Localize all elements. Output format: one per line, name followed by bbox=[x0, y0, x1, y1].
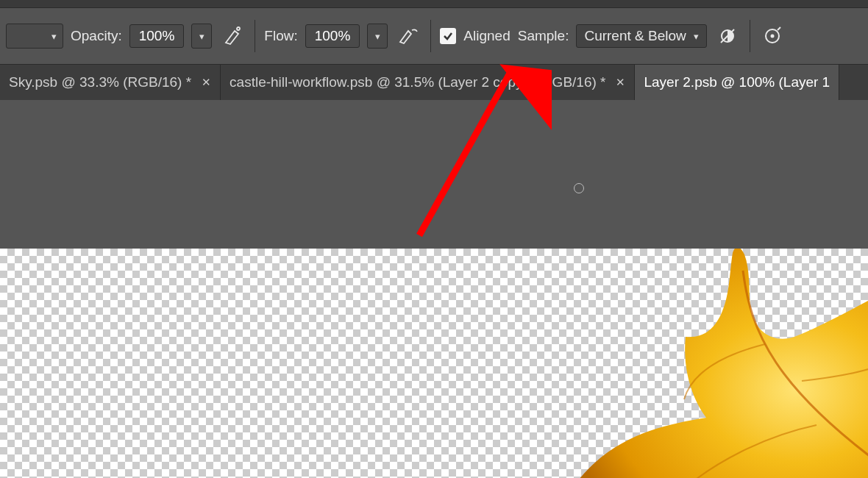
canvas-transparency-area[interactable] bbox=[0, 249, 868, 478]
flow-label: Flow: bbox=[264, 28, 297, 44]
flow-dropdown[interactable]: ▾ bbox=[367, 24, 388, 49]
airbrush-icon[interactable] bbox=[395, 23, 421, 49]
chevron-down-icon: ▾ bbox=[51, 31, 57, 42]
canvas-pasteboard bbox=[0, 100, 868, 249]
ignore-adjustment-layers-icon[interactable] bbox=[714, 23, 741, 49]
separator bbox=[750, 20, 750, 52]
aligned-label: Aligned bbox=[463, 28, 510, 44]
opacity-dropdown[interactable]: ▾ bbox=[191, 24, 212, 49]
separator bbox=[255, 20, 255, 52]
document-tabs-bar: Sky.psb @ 33.3% (RGB/16) * ✕ castle-hill… bbox=[0, 65, 868, 100]
close-icon[interactable]: ✕ bbox=[616, 76, 625, 89]
aligned-checkbox[interactable] bbox=[440, 28, 456, 44]
flow-value[interactable]: 100% bbox=[305, 24, 360, 48]
opacity-label: Opacity: bbox=[71, 28, 122, 44]
leaf-image bbox=[485, 249, 868, 478]
chevron-down-icon: ▾ bbox=[199, 31, 204, 42]
opacity-value[interactable]: 100% bbox=[129, 24, 185, 48]
brush-preset-dropdown[interactable]: ▾ bbox=[6, 24, 63, 49]
tab-document[interactable]: Sky.psb @ 33.3% (RGB/16) * ✕ bbox=[0, 65, 221, 100]
separator bbox=[430, 20, 431, 52]
sample-dropdown[interactable]: Current & Below ▾ bbox=[576, 24, 706, 48]
svg-point-3 bbox=[770, 35, 774, 38]
close-icon[interactable]: ✕ bbox=[202, 76, 211, 89]
tab-document[interactable]: Layer 2.psb @ 100% (Layer 1 bbox=[635, 65, 839, 100]
chevron-down-icon: ▾ bbox=[375, 31, 380, 42]
tab-label: Layer 2.psb @ 100% (Layer 1 bbox=[644, 74, 830, 90]
tab-label: Sky.psb @ 33.3% (RGB/16) * bbox=[9, 74, 191, 90]
tab-label: castle-hill-workflow.psb @ 31.5% (Layer … bbox=[230, 74, 605, 90]
chevron-down-icon: ▾ bbox=[694, 31, 699, 42]
tab-document[interactable]: castle-hill-workflow.psb @ 31.5% (Layer … bbox=[221, 65, 635, 100]
svg-line-4 bbox=[778, 27, 780, 30]
tool-options-bar: ▾ Opacity: 100% ▾ Flow: 100% ▾ Aligned S… bbox=[0, 7, 868, 65]
menubar-strip bbox=[0, 0, 868, 7]
brush-cursor-icon bbox=[574, 183, 584, 193]
sample-label: Sample: bbox=[518, 28, 569, 44]
pressure-size-icon[interactable] bbox=[759, 23, 786, 49]
sample-value: Current & Below bbox=[584, 28, 686, 44]
pressure-opacity-icon[interactable] bbox=[219, 23, 246, 49]
